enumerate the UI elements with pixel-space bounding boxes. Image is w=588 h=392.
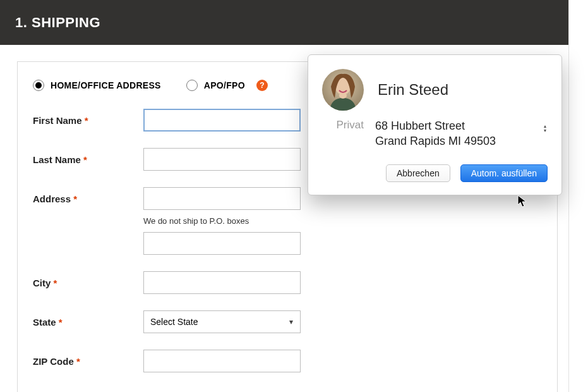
autofill-header: Erin Steed bbox=[322, 69, 548, 111]
required-mark: * bbox=[85, 115, 88, 126]
radio-apo-fpo-indicator bbox=[186, 80, 198, 91]
svg-point-2 bbox=[339, 92, 347, 99]
last-name-label: Last Name * bbox=[33, 154, 143, 165]
page-title: 1. SHIPPING bbox=[15, 15, 100, 31]
autofill-popup: Erin Steed Privat 68 Hubbert Street Gran… bbox=[308, 54, 562, 195]
required-mark: * bbox=[59, 317, 63, 328]
radio-apo-fpo-label: APO/FPO bbox=[204, 80, 245, 90]
first-name-label: First Name * bbox=[33, 115, 143, 126]
city-label-text: City bbox=[33, 278, 51, 288]
cancel-button[interactable]: Abbrechen bbox=[386, 164, 450, 182]
address-label: Address * bbox=[33, 193, 143, 204]
row-address-2 bbox=[33, 232, 542, 255]
required-mark: * bbox=[76, 356, 80, 367]
contact-name: Erin Steed bbox=[378, 81, 448, 99]
header-bar: 1. SHIPPING bbox=[0, 0, 568, 45]
address-type-label: Privat bbox=[325, 118, 364, 149]
avatar-image bbox=[322, 69, 364, 111]
state-label: State * bbox=[33, 317, 143, 328]
row-zip: ZIP Code * bbox=[33, 350, 542, 372]
zip-label: ZIP Code * bbox=[33, 356, 143, 367]
radio-home-office-indicator bbox=[33, 80, 44, 91]
address-line-2: Grand Rapids MI 49503 bbox=[375, 133, 548, 149]
state-select-wrapper: Select State ▾ bbox=[143, 310, 301, 333]
popup-buttons: Abbrechen Autom. ausfüllen bbox=[322, 164, 548, 182]
required-mark: * bbox=[83, 154, 87, 165]
row-state: State * Select State ▾ bbox=[33, 310, 542, 333]
last-name-input[interactable] bbox=[143, 148, 301, 171]
radio-apo-fpo[interactable]: APO/FPO bbox=[186, 80, 245, 91]
first-name-label-text: First Name bbox=[33, 115, 82, 126]
zip-label-text: ZIP Code bbox=[33, 356, 74, 367]
state-select[interactable]: Select State bbox=[143, 310, 301, 333]
city-label: City * bbox=[33, 278, 143, 288]
city-input[interactable] bbox=[143, 271, 301, 294]
required-mark: * bbox=[54, 278, 57, 288]
address-line2-input[interactable] bbox=[143, 232, 301, 255]
address-hint: We do not ship to P.O. boxes bbox=[143, 216, 542, 226]
address-stepper[interactable]: ▴ ▾ bbox=[544, 125, 546, 133]
avatar bbox=[322, 69, 364, 111]
zip-input[interactable] bbox=[143, 350, 301, 372]
address-line1-input[interactable] bbox=[143, 187, 301, 210]
address-line-1: 68 Hubbert Street bbox=[375, 118, 548, 133]
last-name-label-text: Last Name bbox=[33, 154, 81, 165]
address-block: Privat 68 Hubbert Street Grand Rapids MI… bbox=[325, 118, 548, 149]
address-label-text: Address bbox=[33, 193, 71, 204]
help-icon[interactable]: ? bbox=[256, 80, 268, 91]
state-label-text: State bbox=[33, 317, 56, 328]
radio-home-office[interactable]: HOME/OFFICE ADDRESS bbox=[33, 80, 161, 91]
radio-home-office-label: HOME/OFFICE ADDRESS bbox=[51, 80, 161, 90]
required-mark: * bbox=[73, 193, 77, 204]
first-name-input[interactable] bbox=[143, 109, 301, 132]
chevron-down-icon: ▾ bbox=[544, 129, 546, 133]
row-city: City * bbox=[33, 271, 542, 294]
autofill-button[interactable]: Autom. ausfüllen bbox=[460, 164, 548, 182]
address-lines: 68 Hubbert Street Grand Rapids MI 49503 bbox=[375, 118, 548, 149]
